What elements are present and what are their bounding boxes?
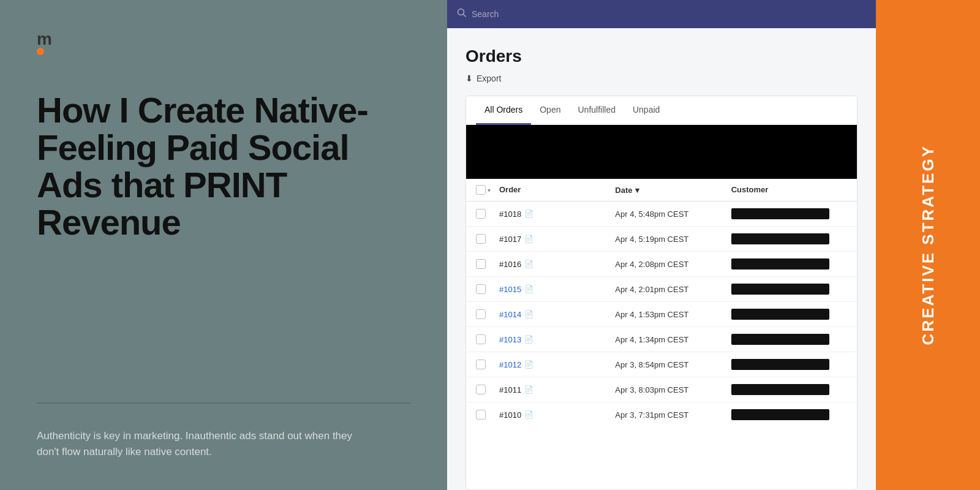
row-checkbox-cell [476, 410, 499, 420]
tab-open[interactable]: Open [531, 96, 569, 125]
row-checkbox-cell [476, 284, 499, 294]
row-checkbox-cell [476, 360, 499, 369]
table-row[interactable]: #1018 📄 Apr 4, 5:48pm CEST [466, 202, 857, 227]
note-icon: 📄 [524, 285, 533, 293]
order-date: Apr 3, 8:54pm CEST [615, 360, 731, 369]
order-number[interactable]: #1011 📄 [499, 385, 615, 394]
order-number[interactable]: #1015 📄 [499, 285, 615, 294]
customer-cell [731, 384, 847, 395]
search-bar: Search [447, 0, 876, 28]
row-checkbox-cell [476, 309, 499, 319]
table-header: ▾ Order Date ▾ Customer [466, 179, 857, 202]
table-row[interactable]: #1012 📄 Apr 3, 8:54pm CEST [466, 352, 857, 377]
customer-name-redacted [731, 384, 829, 395]
order-number[interactable]: #1017 📄 [499, 235, 615, 244]
order-date: Apr 4, 5:19pm CEST [615, 235, 731, 244]
note-icon: 📄 [524, 360, 533, 369]
row-checkbox-cell [476, 209, 499, 219]
orange-strip: Creative Strategy [876, 0, 980, 490]
customer-name-redacted [731, 258, 829, 270]
order-number[interactable]: #1018 📄 [499, 209, 615, 219]
divider [37, 402, 410, 404]
customer-name-redacted [731, 409, 829, 420]
customer-name-redacted [731, 284, 829, 295]
customer-cell [731, 359, 847, 370]
main-headline: How I Create Native-Feeling Paid Social … [37, 92, 392, 241]
strip-text: Creative Strategy [919, 145, 938, 345]
order-date: Apr 4, 2:01pm CEST [615, 285, 731, 294]
logo-letter: m [37, 31, 67, 48]
order-number[interactable]: #1016 📄 [499, 260, 615, 269]
orders-content: Orders ⬇ Export All Orders Open Unfulfil… [447, 28, 876, 490]
banner-image [466, 125, 857, 179]
row-checkbox-cell [476, 259, 499, 269]
row-checkbox[interactable] [476, 334, 486, 344]
row-checkbox[interactable] [476, 410, 486, 420]
table-row[interactable]: #1016 📄 Apr 4, 2:08pm CEST [466, 252, 857, 277]
tab-all-orders[interactable]: All Orders [476, 96, 531, 125]
export-icon: ⬇ [466, 74, 473, 83]
order-number[interactable]: #1014 📄 [499, 310, 615, 319]
logo-icon: m [37, 31, 67, 55]
row-checkbox-cell [476, 234, 499, 244]
customer-cell [731, 258, 847, 270]
table-row[interactable]: #1010 📄 Apr 3, 7:31pm CEST [466, 402, 857, 427]
subtitle-text: Authenticity is key in marketing. Inauth… [37, 428, 374, 459]
customer-name-redacted [731, 208, 829, 219]
table-row[interactable]: #1011 📄 Apr 3, 8:03pm CEST [466, 377, 857, 402]
page-title: Orders [466, 47, 858, 66]
table-row[interactable]: #1015 📄 Apr 4, 2:01pm CEST [466, 277, 857, 302]
customer-cell [731, 409, 847, 420]
order-number[interactable]: #1012 📄 [499, 360, 615, 369]
col-header-order: Order [499, 185, 615, 195]
search-icon [457, 8, 467, 20]
order-date: Apr 4, 5:48pm CEST [615, 209, 731, 219]
row-checkbox[interactable] [476, 360, 486, 369]
orders-panel: Search Orders ⬇ Export All Orders Open U… [447, 0, 876, 490]
table-body: #1018 📄 Apr 4, 5:48pm CEST #1017 📄 Apr 4… [466, 202, 857, 427]
tab-unfulfilled[interactable]: Unfulfilled [569, 96, 624, 125]
row-checkbox[interactable] [476, 309, 486, 319]
customer-cell [731, 284, 847, 295]
header-checkbox[interactable] [476, 185, 486, 195]
order-number[interactable]: #1010 📄 [499, 410, 615, 420]
customer-cell [731, 208, 847, 219]
col-header-date: Date ▾ [615, 185, 731, 195]
table-row[interactable]: #1013 📄 Apr 4, 1:34pm CEST [466, 327, 857, 352]
customer-name-redacted [731, 233, 829, 244]
header-checkbox-area: ▾ [476, 185, 499, 195]
customer-cell [731, 309, 847, 320]
row-checkbox[interactable] [476, 234, 486, 244]
order-date: Apr 4, 1:53pm CEST [615, 310, 731, 319]
note-icon: 📄 [524, 310, 533, 318]
customer-cell [731, 233, 847, 244]
tab-unpaid[interactable]: Unpaid [624, 96, 668, 125]
order-number[interactable]: #1013 📄 [499, 335, 615, 344]
row-checkbox[interactable] [476, 259, 486, 269]
table-row[interactable]: #1017 📄 Apr 4, 5:19pm CEST [466, 227, 857, 252]
note-icon: 📄 [524, 235, 533, 243]
order-date: Apr 3, 8:03pm CEST [615, 385, 731, 394]
export-button[interactable]: ⬇ Export [466, 74, 858, 83]
export-label: Export [477, 74, 501, 83]
customer-name-redacted [731, 359, 829, 370]
table-row[interactable]: #1014 📄 Apr 4, 1:53pm CEST [466, 302, 857, 327]
order-date: Apr 3, 7:31pm CEST [615, 410, 731, 420]
tabs-row: All Orders Open Unfulfilled Unpaid [466, 96, 857, 125]
header-chevron-icon: ▾ [488, 187, 491, 194]
order-date: Apr 4, 1:34pm CEST [615, 335, 731, 344]
customer-cell [731, 334, 847, 345]
customer-name-redacted [731, 334, 829, 345]
orders-table-container: All Orders Open Unfulfilled Unpaid ▾ Ord… [466, 96, 858, 490]
row-checkbox[interactable] [476, 284, 486, 294]
search-placeholder-text[interactable]: Search [472, 9, 499, 19]
svg-line-1 [464, 15, 466, 17]
left-panel: m How I Create Native-Feeling Paid Socia… [0, 0, 447, 490]
note-icon: 📄 [524, 209, 533, 218]
order-date: Apr 4, 2:08pm CEST [615, 260, 731, 269]
row-checkbox[interactable] [476, 385, 486, 394]
col-header-customer: Customer [731, 185, 847, 195]
row-checkbox[interactable] [476, 209, 486, 219]
logo-area: m [37, 31, 410, 55]
row-checkbox-cell [476, 385, 499, 394]
